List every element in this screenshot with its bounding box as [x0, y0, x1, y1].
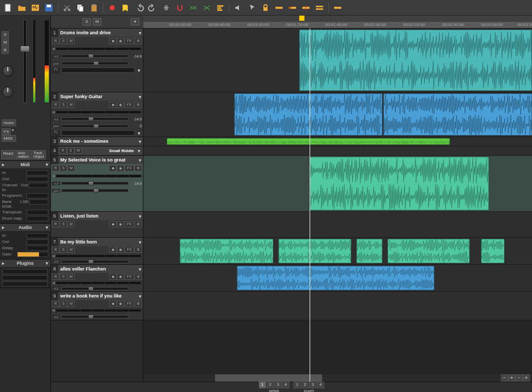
fx-button[interactable]: FX [125, 301, 134, 307]
pan-slider[interactable] [61, 189, 128, 192]
solo-button[interactable]: S [60, 274, 67, 280]
record-arm-button[interactable]: R [52, 301, 59, 307]
panel-field[interactable] [29, 183, 48, 188]
record-arm-button[interactable]: R [52, 165, 59, 171]
track-header[interactable]: 4RSMSmall Riddle▾ [51, 146, 143, 156]
midi-panel-header[interactable]: ▸Midi▾ [0, 161, 50, 168]
loop-marker[interactable] [299, 16, 304, 21]
zoom-in-v-button[interactable]: + [523, 374, 530, 382]
track-header[interactable]: 8alles voller Flaechen▾RSM◆◉FX⚙◀vol [51, 265, 143, 292]
plugin-icon[interactable]: ◆ [109, 38, 116, 44]
fx-button[interactable]: FX [125, 247, 134, 253]
record-arm-button[interactable]: R [52, 274, 59, 280]
zoom-preset-2[interactable]: 2 [301, 381, 309, 388]
pl-field[interactable] [61, 67, 135, 73]
audio-panel-header[interactable]: ▸Audio▾ [0, 224, 50, 231]
panel-field[interactable] [26, 239, 48, 245]
solo-button[interactable]: S [2, 31, 9, 38]
marker-icon[interactable] [119, 2, 132, 14]
zoom-preset-1[interactable]: 1 [294, 381, 301, 388]
volume-slider[interactable] [61, 182, 128, 185]
speaker-icon[interactable] [232, 2, 245, 14]
cut-icon[interactable] [61, 2, 73, 14]
lock-icon[interactable]: ◉ [117, 221, 124, 227]
align-icon[interactable] [214, 2, 227, 14]
undo-icon[interactable] [133, 2, 145, 14]
plugin-icon[interactable]: ◆ [109, 221, 116, 227]
horizontal-scrollbar[interactable] [143, 374, 501, 382]
zoom-preset-4[interactable]: 4 [317, 381, 324, 388]
zoom-in-h-button[interactable]: + [508, 374, 515, 382]
plugins-panel-header[interactable]: ▸Plugins▾ [0, 260, 50, 267]
mute-button[interactable]: M [68, 247, 75, 253]
chevron-down-icon[interactable]: ▾ [137, 94, 143, 100]
lock-icon[interactable]: ◉ [117, 102, 124, 108]
lock-icon[interactable]: ◉ [117, 165, 124, 171]
track-lane[interactable] [143, 156, 532, 212]
audio-clip[interactable] [278, 239, 351, 263]
grid-icon[interactable] [160, 2, 172, 14]
gain-knob[interactable] [2, 86, 14, 98]
range4-icon[interactable] [313, 2, 326, 14]
mute-button[interactable]: M [68, 165, 75, 171]
track-lane[interactable] [143, 292, 532, 320]
plugin-icon[interactable]: ◆ [109, 274, 116, 280]
paste-icon[interactable] [88, 2, 100, 14]
gear-icon[interactable]: ⚙ [135, 301, 142, 307]
setup-preset-1[interactable]: 1 [259, 381, 266, 388]
lock-icon[interactable] [259, 2, 272, 14]
track-header[interactable]: 9write a book here if you like▾RSM◆◉FX⚙◀… [51, 292, 143, 320]
automation-button[interactable]: Auto mation [16, 150, 31, 159]
track-header[interactable]: 3Rock me - sometimes▾ [51, 137, 143, 146]
redo-icon[interactable] [147, 2, 159, 14]
track-options-button[interactable]: ▾ [131, 18, 139, 25]
range3-icon[interactable] [300, 2, 312, 14]
audio-clip[interactable] [180, 239, 273, 263]
read-button[interactable]: Read [1, 150, 15, 159]
panel-field[interactable] [26, 233, 48, 238]
chevron-down-icon[interactable]: ▾ [137, 213, 143, 219]
pan-knob[interactable] [2, 65, 14, 77]
setup-preset-4[interactable]: 4 [282, 381, 289, 388]
mute-button[interactable]: M [68, 38, 75, 44]
record-arm-button[interactable]: R [2, 47, 9, 54]
track-name[interactable]: Listen, just listen [58, 213, 137, 219]
audio-clip[interactable] [481, 239, 504, 263]
fx-button[interactable]: FX [125, 165, 134, 171]
track-name[interactable]: write a book here if you like [58, 293, 137, 299]
track-name[interactable]: My Selected Voice is so great [58, 157, 137, 163]
global-solo-button[interactable]: S [83, 18, 91, 25]
record-icon[interactable] [106, 2, 118, 14]
zoom-out-v-button[interactable]: − [515, 374, 523, 382]
panel-field[interactable] [26, 210, 48, 215]
track-lane[interactable] [143, 92, 532, 137]
panel-field[interactable] [29, 199, 48, 205]
chevron-down-icon[interactable]: ▾ [137, 139, 143, 144]
playhead[interactable] [310, 29, 310, 382]
track-lane[interactable] [143, 265, 532, 292]
track-lane[interactable] [143, 137, 532, 146]
audio-clip[interactable] [237, 266, 434, 290]
plugin-icon[interactable]: ◆ [109, 165, 116, 171]
track-header[interactable]: 1Drums invite and drive▾RSM◆◉FX⚙◀vol-14.… [51, 29, 143, 92]
volume-slider[interactable] [61, 55, 128, 58]
range5-icon[interactable] [331, 2, 344, 14]
track-lane[interactable] [143, 146, 532, 156]
audio-clip[interactable] [167, 138, 450, 145]
audio-clip[interactable] [388, 239, 470, 263]
panel-field[interactable] [26, 193, 48, 198]
new-icon[interactable] [2, 2, 15, 14]
track-header[interactable]: 5My Selected Voice is so great▾RSM◆◉FX⚙◀… [51, 156, 143, 212]
track-name[interactable]: Be my little horn [58, 239, 137, 245]
setup-preset-2[interactable]: 2 [267, 381, 274, 388]
mute-button[interactable]: M [68, 102, 75, 108]
range1-icon[interactable] [273, 2, 285, 14]
volume-slider[interactable] [61, 117, 128, 120]
cursor-icon[interactable] [246, 2, 258, 14]
panel-field[interactable] [17, 252, 48, 257]
range2-icon[interactable] [286, 2, 299, 14]
track-header[interactable]: 6Listen, just listen▾RSM◆◉FX⚙ [51, 212, 143, 238]
crossfade2-icon[interactable] [201, 2, 213, 14]
solo-button[interactable]: S [60, 102, 67, 108]
global-mute-button[interactable]: M [93, 18, 101, 25]
